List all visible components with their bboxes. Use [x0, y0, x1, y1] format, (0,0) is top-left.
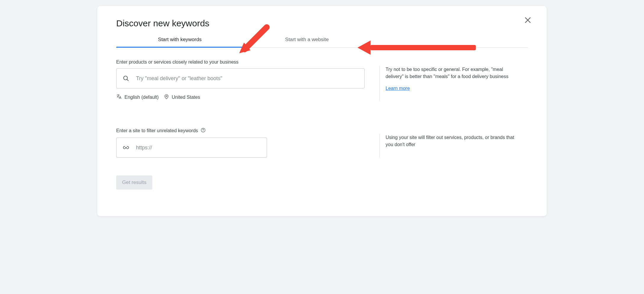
close-button[interactable]	[524, 16, 532, 25]
language-label: English (default)	[124, 95, 159, 100]
site-tip: Using your site will filter out services…	[386, 134, 519, 148]
keywords-section: Enter products or services closely relat…	[116, 59, 528, 101]
location-pin-icon	[164, 94, 169, 101]
location-selector[interactable]: United States	[164, 94, 200, 101]
learn-more-link[interactable]: Learn more	[386, 85, 410, 92]
svg-point-6	[203, 131, 203, 131]
page-title: Discover new keywords	[116, 18, 528, 28]
site-label: Enter a site to filter unrelated keyword…	[116, 127, 373, 134]
svg-line-3	[127, 79, 128, 81]
search-icon	[122, 75, 130, 82]
get-results-button[interactable]: Get results	[116, 175, 152, 190]
tab-start-with-website[interactable]: Start with a website	[243, 33, 370, 47]
keywords-input-container[interactable]	[116, 68, 365, 88]
close-icon	[524, 20, 532, 25]
section-divider	[379, 134, 380, 158]
keywords-label: Enter products or services closely relat…	[116, 59, 373, 65]
translate-icon	[116, 94, 122, 101]
keywords-input[interactable]	[136, 75, 358, 82]
location-label: United States	[172, 95, 200, 100]
site-label-text: Enter a site to filter unrelated keyword…	[116, 128, 198, 133]
keywords-tip: Try not to be too specific or general. F…	[386, 66, 519, 80]
site-input[interactable]	[136, 145, 261, 151]
site-input-container[interactable]	[116, 138, 267, 158]
tabs: Start with keywords Start with a website	[116, 33, 528, 48]
dialog-card: Discover new keywords Start with keyword…	[97, 6, 547, 216]
section-divider	[379, 66, 380, 101]
link-icon	[122, 144, 130, 151]
language-selector[interactable]: English (default)	[116, 94, 159, 101]
tab-start-with-keywords[interactable]: Start with keywords	[116, 33, 243, 47]
site-section: Enter a site to filter unrelated keyword…	[116, 127, 528, 158]
help-icon[interactable]	[200, 127, 206, 134]
svg-point-4	[166, 96, 167, 97]
